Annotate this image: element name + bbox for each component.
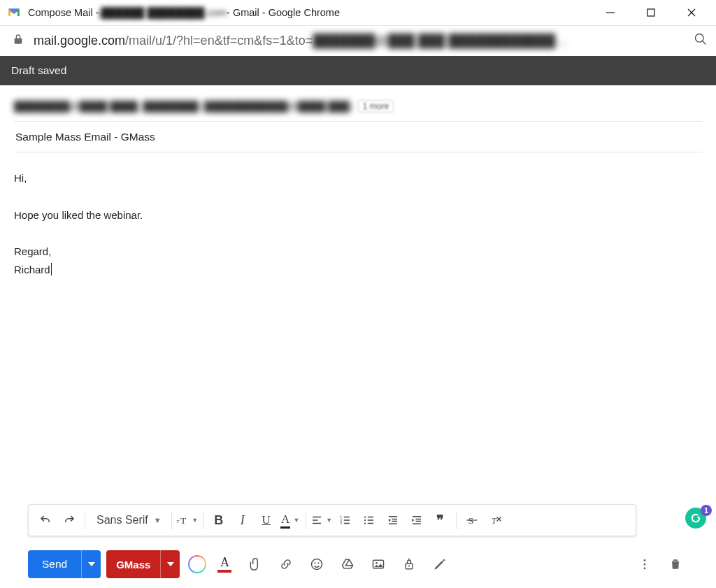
url-host: mail.google.com <box>34 34 125 48</box>
insert-drive-button[interactable] <box>335 550 360 578</box>
indent-less-button[interactable] <box>382 508 404 532</box>
formatting-toolbar: Sans Serif ▼ тT ▼ B I U <box>28 504 636 536</box>
subject-field[interactable] <box>14 122 702 152</box>
browser-address-bar[interactable]: mail.google.com /mail/u/1/?hl=en&tf=cm&f… <box>0 25 716 56</box>
insert-emoji-button[interactable] <box>304 550 329 578</box>
font-family-select[interactable]: Sans Serif ▼ <box>90 508 167 532</box>
zoom-icon[interactable] <box>694 32 708 50</box>
svg-line-5 <box>703 41 706 45</box>
redo-button[interactable] <box>58 508 80 532</box>
discard-draft-button[interactable] <box>663 550 688 578</box>
body-line: Hi, <box>14 169 702 187</box>
formatting-options-button[interactable]: A <box>212 550 237 578</box>
svg-text:т: т <box>177 518 180 524</box>
insert-signature-button[interactable] <box>427 550 452 578</box>
send-button[interactable]: Send <box>28 550 81 578</box>
svg-point-27 <box>644 559 646 561</box>
url-params-blur: ███████@███ ███ ████████████… <box>313 34 568 48</box>
compose-action-bar: Send GMass A <box>14 550 702 588</box>
draft-status-bar: Draft saved <box>0 56 716 85</box>
text-cursor <box>51 263 52 275</box>
svg-point-13 <box>364 522 366 524</box>
more-options-button[interactable] <box>632 550 657 578</box>
subject-input[interactable] <box>14 130 702 144</box>
gmass-button[interactable]: GMass <box>106 550 160 578</box>
svg-point-29 <box>644 567 646 569</box>
recipients-value: ████████@████ ████, ████████ (██████████… <box>14 101 352 112</box>
svg-text:T: T <box>492 516 497 526</box>
recipients-more-badge[interactable]: 1 more <box>358 100 394 113</box>
attach-file-button[interactable] <box>243 550 268 578</box>
extension-ring-icon[interactable] <box>188 555 206 573</box>
body-line: Regard, <box>14 243 702 261</box>
body-line: Hope you liked the webinar. <box>14 206 702 224</box>
remove-formatting-button[interactable]: T <box>485 508 507 532</box>
bold-button[interactable]: B <box>208 508 230 532</box>
text-color-button[interactable]: A ▼ <box>279 508 301 532</box>
svg-point-25 <box>408 565 410 566</box>
grammarly-badge: 1 <box>701 505 712 516</box>
window-titlebar: Compose Mail - j██████ ████████.com - Gm… <box>0 0 716 25</box>
grammarly-widget[interactable]: 1 <box>685 508 709 531</box>
align-button[interactable]: ▼ <box>310 508 333 532</box>
email-body-editor[interactable]: Hi, Hope you liked the webinar. Regard, … <box>14 152 702 362</box>
svg-point-11 <box>364 516 366 517</box>
svg-point-19 <box>312 559 322 570</box>
font-family-label: Sans Serif <box>96 514 148 526</box>
body-line: Richard <box>14 264 50 275</box>
numbered-list-button[interactable]: 123 <box>334 508 357 532</box>
window-title-email: j██████ ████████.com <box>99 7 227 18</box>
gmail-logo-icon <box>7 6 21 20</box>
undo-button[interactable] <box>34 508 57 532</box>
text-color-bar <box>217 570 231 573</box>
strikethrough-button[interactable]: S <box>461 508 483 532</box>
recipients-field[interactable]: ████████@████ ████, ████████ (██████████… <box>14 91 702 122</box>
svg-point-21 <box>318 562 320 564</box>
lock-icon <box>13 34 24 48</box>
svg-point-20 <box>315 562 316 564</box>
underline-button[interactable]: U <box>255 508 278 532</box>
url-path: /mail/u/1/?hl=en&tf=cm&fs=1&to= <box>125 34 313 48</box>
send-options-button[interactable] <box>81 550 101 578</box>
draft-status-text: Draft saved <box>11 64 66 77</box>
italic-button[interactable]: I <box>231 508 254 532</box>
window-title-suffix: - Gmail - Google Chrome <box>227 7 340 18</box>
window-minimize-button[interactable] <box>590 0 631 25</box>
svg-text:T: T <box>180 515 187 526</box>
bulleted-list-button[interactable] <box>358 508 380 532</box>
svg-rect-1 <box>647 9 654 16</box>
chevron-down-icon: ▼ <box>154 516 162 524</box>
font-size-button[interactable]: тT ▼ <box>176 508 199 532</box>
svg-point-4 <box>696 34 704 43</box>
window-close-button[interactable] <box>671 0 712 25</box>
quote-button[interactable]: ❞ <box>429 508 452 532</box>
window-title-prefix: Compose Mail - <box>28 7 99 18</box>
svg-point-23 <box>376 562 378 564</box>
gmass-options-button[interactable] <box>160 550 180 578</box>
confidential-mode-button[interactable] <box>396 550 422 578</box>
svg-point-12 <box>364 519 366 521</box>
window-maximize-button[interactable] <box>631 0 671 25</box>
indent-more-button[interactable] <box>406 508 428 532</box>
insert-photo-button[interactable] <box>366 550 391 578</box>
svg-text:3: 3 <box>340 522 342 525</box>
svg-point-28 <box>644 564 646 566</box>
insert-link-button[interactable] <box>273 550 299 578</box>
